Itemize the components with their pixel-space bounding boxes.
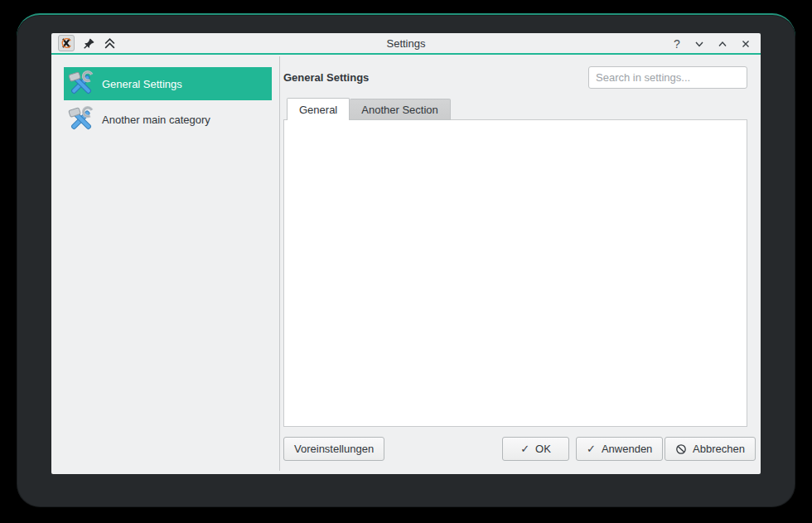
window-frame: Settings ? (17, 13, 795, 507)
defaults-label: Voreinstellungen (294, 443, 374, 455)
tab-content-panel (283, 119, 747, 427)
tab-general[interactable]: General (287, 98, 350, 120)
ok-label: OK (535, 443, 551, 455)
titlebar: Settings ? (51, 33, 761, 55)
tab-label: General (299, 104, 337, 116)
settings-window: Settings ? (51, 33, 761, 474)
cancel-icon (675, 443, 687, 455)
xorg-app-icon (60, 37, 72, 49)
app-menu-button[interactable] (58, 35, 75, 51)
keep-above-icon (104, 37, 116, 50)
ok-button[interactable]: ✓ OK (502, 437, 569, 461)
check-icon: ✓ (520, 443, 529, 455)
pin-icon (83, 37, 95, 50)
page-title: General Settings (283, 71, 369, 84)
sidebar-separator (279, 56, 280, 471)
titlebar-right-icons: ? (671, 35, 752, 53)
settings-search-input[interactable] (588, 66, 747, 89)
cancel-label: Abbrechen (693, 443, 745, 455)
category-sidebar: General Settings Another main category (51, 56, 279, 474)
check-icon: ✓ (587, 443, 596, 455)
help-button[interactable]: ? (671, 37, 683, 51)
chevron-down-icon (694, 39, 704, 49)
tab-label: Another Section (361, 104, 438, 116)
tab-another-section[interactable]: Another Section (350, 99, 451, 120)
tools-icon (67, 70, 95, 98)
defaults-button[interactable]: Voreinstellungen (283, 437, 384, 461)
titlebar-left-icons (58, 35, 116, 51)
sidebar-item-label: Another main category (102, 114, 210, 126)
pin-button[interactable] (82, 36, 95, 50)
close-button[interactable] (739, 37, 752, 51)
close-icon (741, 39, 751, 49)
maximize-button[interactable] (716, 37, 729, 51)
sidebar-item-another-category[interactable]: Another main category (64, 103, 272, 136)
shade-button[interactable] (693, 37, 706, 51)
cancel-button[interactable]: Abbrechen (665, 437, 756, 461)
sidebar-item-general-settings[interactable]: General Settings (64, 67, 272, 100)
chevron-up-icon (718, 39, 727, 49)
apply-label: Anwenden (602, 443, 652, 455)
sidebar-item-label: General Settings (102, 78, 182, 90)
tools-icon (67, 105, 95, 133)
tab-bar: General Another Section (287, 98, 451, 120)
window-title: Settings (51, 37, 761, 50)
keep-above-button[interactable] (103, 36, 116, 50)
apply-button[interactable]: ✓ Anwenden (576, 437, 663, 461)
